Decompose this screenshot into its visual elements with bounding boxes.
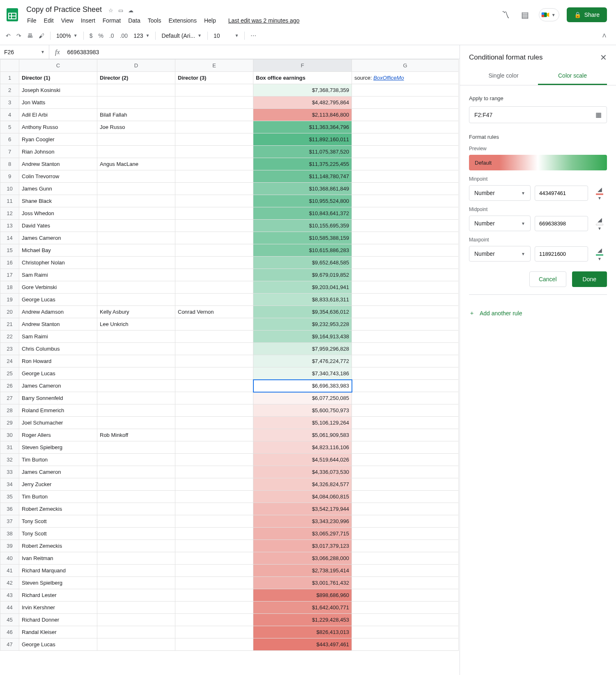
cell[interactable] — [175, 195, 253, 207]
cell[interactable] — [352, 429, 459, 441]
cell[interactable] — [352, 491, 459, 503]
cell[interactable] — [352, 602, 459, 614]
cell[interactable]: Barry Sonnenfeld — [19, 392, 97, 404]
grid[interactable]: CDEFG1Director (1)Director (2)Director (… — [0, 59, 460, 675]
earnings-cell[interactable]: $4,326,824,577 — [253, 478, 352, 491]
cell[interactable]: Robert Zemeckis — [19, 503, 97, 515]
cell[interactable] — [97, 404, 175, 417]
earnings-cell[interactable]: $4,482,795,864 — [253, 96, 352, 109]
share-button[interactable]: 🔒 Share — [567, 7, 607, 22]
cell[interactable] — [97, 589, 175, 602]
cell[interactable]: Colin Trevorrow — [19, 170, 97, 183]
cell[interactable] — [175, 478, 253, 491]
menu-insert[interactable]: Insert — [78, 16, 99, 25]
cell[interactable]: Joseph Kosinski — [19, 84, 97, 96]
earnings-cell[interactable]: $3,066,288,000 — [253, 552, 352, 565]
cell[interactable] — [175, 96, 253, 109]
cell[interactable] — [97, 207, 175, 220]
column-header-F[interactable]: F — [253, 60, 352, 72]
earnings-cell[interactable]: $3,542,179,944 — [253, 503, 352, 515]
row-header[interactable]: 32 — [0, 454, 19, 466]
cell[interactable] — [97, 146, 175, 158]
earnings-cell[interactable]: $3,001,761,432 — [253, 577, 352, 589]
cell[interactable]: Sam Raimi — [19, 331, 97, 343]
earnings-cell[interactable]: $5,106,129,264 — [253, 417, 352, 429]
name-box[interactable]: F26▼ — [0, 45, 49, 59]
header-cell[interactable]: Director (2) — [97, 72, 175, 84]
cell[interactable] — [352, 589, 459, 602]
cell[interactable] — [352, 207, 459, 220]
cell[interactable] — [175, 392, 253, 404]
row-header[interactable]: 24 — [0, 355, 19, 367]
cell[interactable]: Rob Minkoff — [97, 429, 175, 441]
cell[interactable]: Tim Burton — [19, 491, 97, 503]
cell[interactable] — [97, 220, 175, 232]
cell[interactable] — [175, 491, 253, 503]
cell[interactable] — [352, 232, 459, 244]
cell[interactable] — [97, 491, 175, 503]
row-header[interactable]: 23 — [0, 343, 19, 355]
cell[interactable] — [175, 626, 253, 638]
cell[interactable] — [97, 614, 175, 626]
cell[interactable] — [175, 121, 253, 133]
cell[interactable] — [97, 602, 175, 614]
row-header[interactable]: 37 — [0, 515, 19, 528]
earnings-cell[interactable]: $9,164,913,438 — [253, 331, 352, 343]
cell[interactable] — [352, 466, 459, 478]
earnings-cell[interactable]: $11,363,364,796 — [253, 121, 352, 133]
cell[interactable]: Joel Schumacher — [19, 417, 97, 429]
cell[interactable] — [175, 441, 253, 454]
earnings-cell[interactable]: $2,738,195,414 — [253, 565, 352, 577]
cell[interactable] — [175, 380, 253, 392]
cell[interactable]: George Lucas — [19, 367, 97, 380]
column-header-G[interactable]: G — [352, 60, 459, 72]
cell[interactable] — [352, 244, 459, 257]
zoom-dropdown[interactable]: 100%▼ — [56, 32, 78, 39]
cell[interactable] — [175, 540, 253, 552]
cell[interactable] — [97, 478, 175, 491]
cell[interactable] — [175, 146, 253, 158]
cell[interactable] — [352, 195, 459, 207]
cell[interactable]: Christopher Nolan — [19, 257, 97, 269]
column-header-E[interactable]: E — [175, 60, 253, 72]
preview-gradient[interactable]: Default — [469, 155, 607, 170]
cell[interactable] — [97, 84, 175, 96]
row-header[interactable]: 7 — [0, 146, 19, 158]
cell[interactable] — [175, 577, 253, 589]
header-cell[interactable]: Director (1) — [19, 72, 97, 84]
midpoint-color-button[interactable]: ◢▼ — [592, 216, 607, 231]
row-header[interactable]: 47 — [0, 638, 19, 651]
cell[interactable]: Ivan Reitman — [19, 552, 97, 565]
row-header[interactable]: 40 — [0, 552, 19, 565]
comments-icon[interactable]: ▤ — [519, 9, 531, 21]
cell[interactable] — [175, 503, 253, 515]
cell[interactable] — [352, 220, 459, 232]
font-size-dropdown[interactable]: 10▼ — [214, 32, 239, 39]
earnings-cell[interactable]: $10,368,861,849 — [253, 183, 352, 195]
cell[interactable] — [175, 565, 253, 577]
cell[interactable]: Andrew Stanton — [19, 318, 97, 331]
tab-single-color[interactable]: Single color — [469, 67, 538, 85]
earnings-cell[interactable]: $11,148,780,747 — [253, 170, 352, 183]
cell[interactable] — [175, 183, 253, 195]
cell[interactable]: Ron Howard — [19, 355, 97, 367]
cell[interactable] — [175, 158, 253, 170]
earnings-cell[interactable]: $9,652,648,585 — [253, 257, 352, 269]
cell[interactable] — [175, 232, 253, 244]
cell[interactable] — [352, 84, 459, 96]
cell[interactable] — [352, 614, 459, 626]
cell[interactable]: Roland Emmerich — [19, 404, 97, 417]
cell[interactable] — [97, 281, 175, 294]
document-title[interactable]: Copy of Practice Sheet — [24, 5, 104, 15]
tab-color-scale[interactable]: Color scale — [538, 67, 607, 85]
cell[interactable]: Robert Zemeckis — [19, 540, 97, 552]
earnings-cell[interactable]: $10,585,388,159 — [253, 232, 352, 244]
done-button[interactable]: Done — [572, 271, 607, 287]
row-header[interactable]: 15 — [0, 244, 19, 257]
cell[interactable] — [97, 244, 175, 257]
cell[interactable]: Adil El Arbi — [19, 109, 97, 121]
cell[interactable] — [352, 417, 459, 429]
cell[interactable] — [175, 331, 253, 343]
cell[interactable]: Anthony Russo — [19, 121, 97, 133]
cell[interactable] — [352, 441, 459, 454]
